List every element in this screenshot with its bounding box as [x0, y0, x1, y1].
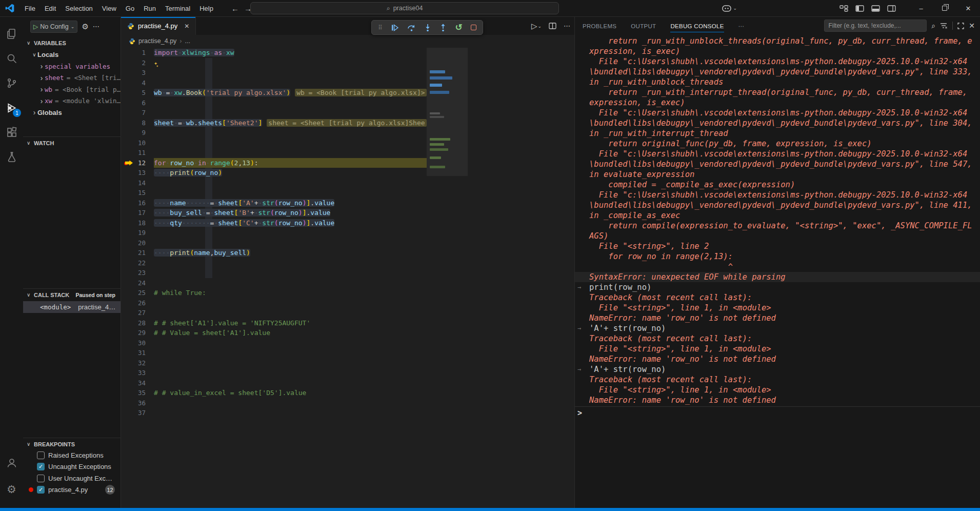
line-number[interactable]: 5: [121, 88, 154, 98]
code-lines[interactable]: import·xlwings·as·xw✦✦wb·=·xw.Book('tria…: [154, 48, 427, 418]
code-line[interactable]: [154, 128, 427, 138]
line-number[interactable]: 32: [121, 358, 154, 368]
panel-tab-debug-console[interactable]: DEBUG CONSOLE: [670, 17, 724, 35]
activity-testing[interactable]: [0, 145, 23, 169]
code-line[interactable]: [154, 338, 427, 348]
step-into-button[interactable]: [424, 24, 431, 32]
line-number[interactable]: 29: [121, 328, 154, 338]
code-line[interactable]: [154, 108, 427, 118]
variable-row[interactable]: ›xw= <module 'xlwin…: [23, 95, 121, 107]
line-number[interactable]: 19: [121, 228, 154, 238]
breakpoint-row[interactable]: Raised Exceptions: [23, 449, 121, 461]
line-number[interactable]: 24: [121, 278, 154, 288]
variables-section-header[interactable]: ∨ VARIABLES: [23, 37, 121, 49]
menu-item-edit[interactable]: Edit: [40, 3, 61, 14]
line-number[interactable]: 6: [121, 98, 154, 108]
customize-layout-icon[interactable]: [839, 5, 848, 12]
code-line[interactable]: wb·=·xw.Book('trial py algo.xlsx')wb = <…: [154, 88, 427, 98]
activity-settings[interactable]: ⚙: [0, 477, 23, 502]
line-number[interactable]: 7: [121, 108, 154, 118]
copilot-button[interactable]: ⌄: [722, 5, 737, 12]
watch-section-header[interactable]: ∨ WATCH: [23, 137, 121, 149]
tab-practise-4-py[interactable]: practise_4.py ✕: [121, 17, 196, 35]
panel-more-icon[interactable]: ⋯: [738, 17, 745, 35]
line-number[interactable]: 12: [121, 158, 154, 168]
line-number[interactable]: 27: [121, 308, 154, 318]
debug-console[interactable]: return _run_with_unblock_threads(origina…: [575, 36, 980, 511]
close-button[interactable]: ✕: [956, 0, 980, 16]
activity-explorer[interactable]: [0, 22, 23, 46]
line-number[interactable]: 18: [121, 218, 154, 228]
line-number[interactable]: 22: [121, 258, 154, 268]
code-line[interactable]: [154, 358, 427, 368]
line-number[interactable]: 14: [121, 178, 154, 188]
code-line[interactable]: for·row_no·in·range(2,13):: [154, 158, 427, 168]
line-number[interactable]: 31: [121, 348, 154, 358]
activity-accounts[interactable]: [0, 450, 23, 475]
code-line[interactable]: [154, 238, 427, 248]
code-line[interactable]: ····buy_sell·=·sheet['B'+·str(row_no)].v…: [154, 208, 427, 218]
maximize-panel-icon[interactable]: [957, 23, 964, 29]
code-line[interactable]: import·xlwings·as·xw: [154, 48, 427, 58]
variable-row[interactable]: ›wb= <Book [trial p…: [23, 84, 121, 95]
menu-item-view[interactable]: View: [97, 3, 121, 14]
console-search-icon[interactable]: ⌕: [931, 22, 935, 30]
panel-tab-problems[interactable]: PROBLEMS: [583, 17, 616, 35]
command-center-search[interactable]: ⌕ practise04: [250, 2, 559, 14]
code-editor[interactable]: 1234567891011121314151617181920212223242…: [121, 48, 574, 508]
breakpoint-checkbox[interactable]: [37, 486, 45, 494]
code-line[interactable]: [154, 378, 427, 388]
code-line[interactable]: [154, 268, 427, 278]
line-number[interactable]: 28: [121, 318, 154, 328]
code-line[interactable]: [154, 78, 427, 88]
line-number[interactable]: 37: [121, 408, 154, 418]
menu-item-help[interactable]: Help: [195, 3, 218, 14]
line-number[interactable]: 1: [121, 48, 154, 58]
code-line[interactable]: [154, 68, 427, 78]
code-line[interactable]: [154, 348, 427, 358]
code-line[interactable]: [154, 138, 427, 148]
activity-run-debug[interactable]: 1: [0, 95, 23, 120]
code-line[interactable]: sheet·=·wb.sheets['Sheet2']sheet = <Shee…: [154, 118, 427, 128]
split-editor-icon[interactable]: [549, 23, 556, 29]
code-line[interactable]: [154, 368, 427, 378]
line-number[interactable]: 36: [121, 398, 154, 408]
line-number[interactable]: 17: [121, 208, 154, 218]
console-input[interactable]: [589, 407, 980, 419]
menu-item-selection[interactable]: Selection: [61, 3, 97, 14]
menu-item-terminal[interactable]: Terminal: [161, 3, 195, 14]
code-line[interactable]: # # value_in_excel = sheet['D5'].value: [154, 388, 427, 398]
code-line[interactable]: [154, 188, 427, 198]
variable-row[interactable]: ›sheet= <Sheet [tri…: [23, 72, 121, 84]
activity-source-control[interactable]: [0, 71, 23, 95]
variables-globals-group[interactable]: › Globals: [23, 107, 121, 119]
toggle-secondary-sidebar-icon[interactable]: [887, 5, 896, 12]
line-number[interactable]: 15: [121, 188, 154, 198]
menu-item-file[interactable]: File: [20, 3, 40, 14]
debug-settings-gear-icon[interactable]: ⚙: [82, 22, 88, 31]
code-line[interactable]: ✦✦: [154, 58, 427, 68]
code-line[interactable]: [154, 98, 427, 108]
debug-config-dropdown[interactable]: ▷ No Config ⌄: [30, 21, 77, 33]
code-line[interactable]: [154, 178, 427, 188]
line-number[interactable]: 35: [121, 388, 154, 398]
code-line[interactable]: [154, 298, 427, 308]
line-number[interactable]: 2: [121, 58, 154, 68]
sidebar-more-icon[interactable]: ⋯: [93, 23, 99, 30]
code-line[interactable]: [154, 228, 427, 238]
toggle-primary-sidebar-icon[interactable]: [855, 5, 864, 12]
restore-button[interactable]: [933, 0, 956, 16]
menu-item-go[interactable]: Go: [121, 3, 139, 14]
console-filter-input[interactable]: [824, 19, 927, 32]
variable-row[interactable]: ›special variables: [23, 61, 121, 72]
line-number[interactable]: 3: [121, 68, 154, 78]
code-line[interactable]: ····print(name,buy_sell): [154, 248, 427, 258]
line-number[interactable]: 25: [121, 288, 154, 298]
minimize-button[interactable]: –: [909, 0, 933, 16]
minimap[interactable]: [427, 48, 468, 508]
code-line[interactable]: [154, 308, 427, 318]
activity-search[interactable]: [0, 46, 23, 71]
code-line[interactable]: # while True:: [154, 288, 427, 298]
console-prompt[interactable]: >: [575, 406, 980, 419]
copilot-sparkle-icon[interactable]: ✦✦: [154, 60, 158, 67]
